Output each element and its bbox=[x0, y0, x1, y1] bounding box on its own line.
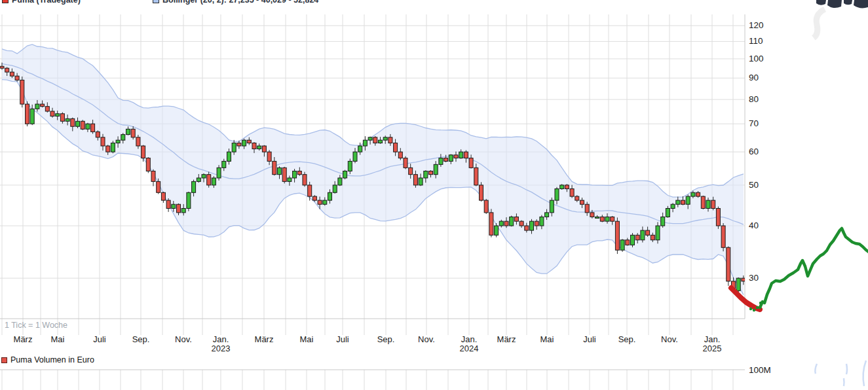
y-axis-label: 90 bbox=[749, 73, 759, 82]
volume-legend-label: Puma Volumen in Euro bbox=[10, 355, 94, 364]
x-axis-label: Juli bbox=[322, 334, 364, 344]
x-axis-label: Jan. bbox=[691, 334, 733, 344]
x-axis-label: Nov. bbox=[406, 334, 447, 344]
bollinger-label: Bollinger (20, 2): 27,235 - 40,029 - 52,… bbox=[162, 0, 318, 5]
price-series-swatch-icon bbox=[2, 0, 9, 3]
y-axis-label: 30 bbox=[749, 273, 759, 283]
tick-interval-note: 1 Tick = 1 Woche bbox=[5, 321, 67, 330]
x-axis-label: Mai bbox=[37, 334, 79, 344]
x-axis-label: Sep. bbox=[365, 334, 407, 344]
x-axis-label: Nov. bbox=[649, 334, 690, 344]
chart-window: Puma (Tradegate) Bollinger (20, 2): 27,2… bbox=[0, 0, 868, 390]
legend-price-series[interactable]: Puma (Tradegate) bbox=[2, 0, 81, 5]
x-axis-label: Nov. bbox=[162, 334, 204, 344]
y-axis-label: 80 bbox=[749, 94, 759, 104]
x-axis-label: Juli bbox=[79, 334, 121, 344]
y-axis-label: 50 bbox=[749, 180, 759, 190]
volume-legend[interactable]: Puma Volumen in Euro bbox=[1, 355, 94, 364]
bollinger-swatch-icon bbox=[153, 0, 159, 3]
y-axis-label: 60 bbox=[749, 147, 759, 156]
corner-cutoff-shape bbox=[854, 0, 868, 8]
green-recovery-annotation bbox=[760, 228, 868, 308]
x-axis-label: Jan. bbox=[200, 334, 242, 344]
volume-swatch-icon bbox=[1, 357, 7, 363]
volume-axis-label: 100M bbox=[749, 365, 771, 375]
x-axis-year-label: 2024 bbox=[448, 344, 490, 353]
x-axis-label: März bbox=[485, 334, 527, 344]
legend-bollinger[interactable]: Bollinger (20, 2): 27,235 - 40,029 - 52,… bbox=[153, 0, 318, 5]
x-axis-label: Juli bbox=[569, 334, 611, 344]
x-axis-label: Sep. bbox=[120, 334, 162, 344]
y-axis-label: 100 bbox=[749, 54, 764, 63]
y-axis-label: 110 bbox=[749, 36, 763, 46]
y-axis-label: 70 bbox=[749, 118, 759, 128]
price-series-label: Puma (Tradegate) bbox=[12, 0, 81, 5]
x-axis-label: März bbox=[243, 334, 285, 344]
x-axis-label: Mai bbox=[526, 334, 568, 344]
y-axis-label: 40 bbox=[749, 221, 759, 230]
x-axis-label: Sep. bbox=[606, 334, 648, 344]
x-axis-year-label: 2023 bbox=[200, 344, 242, 353]
y-axis-label: 120 bbox=[749, 20, 764, 30]
candlestick-chart-canvas[interactable] bbox=[0, 0, 868, 390]
x-axis-label: Jan. bbox=[448, 334, 490, 344]
x-axis-year-label: 2025 bbox=[691, 344, 733, 353]
red-decline-annotation bbox=[731, 288, 760, 310]
corner-cutoff-shape bbox=[827, 0, 842, 8]
corner-cutoff-shape bbox=[816, 0, 826, 5]
corner-cutoff-shape bbox=[844, 0, 852, 5]
